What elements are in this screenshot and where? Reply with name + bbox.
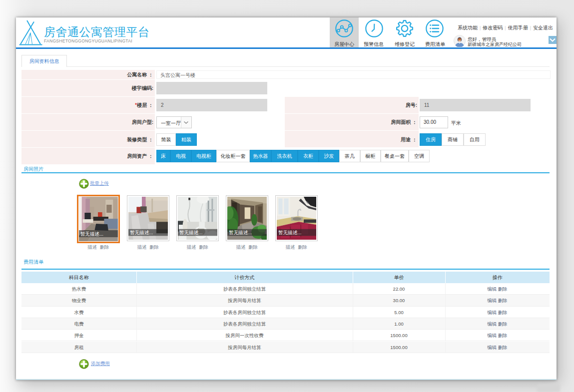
svg-text:暂无描述...: 暂无描述... <box>278 230 301 235</box>
svg-text:暂无描述...: 暂无描述... <box>179 230 202 235</box>
svg-text:暂无描述...: 暂无描述... <box>80 231 103 237</box>
svg-text:暂无描述...: 暂无描述... <box>229 230 252 235</box>
svg-text:暂无描述...: 暂无描述... <box>130 230 153 235</box>
